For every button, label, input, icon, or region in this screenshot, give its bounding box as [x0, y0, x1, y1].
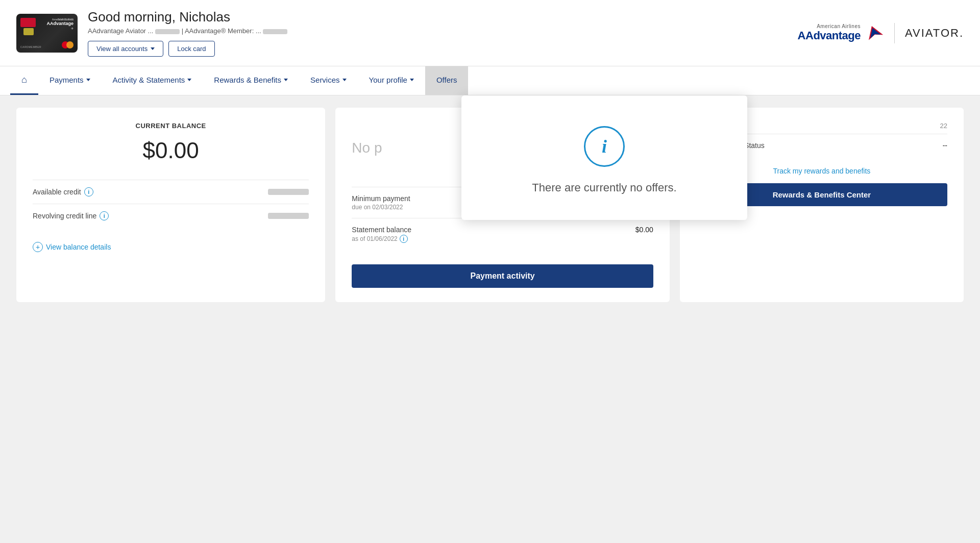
payments-label: Payments — [50, 76, 84, 84]
aa-plane-icon — [865, 23, 884, 43]
main-nav: ⌂ Payments Activity & Statements Rewards… — [0, 66, 980, 95]
revolving-credit-value — [268, 213, 309, 219]
statement-date-info-icon[interactable]: i — [400, 235, 408, 243]
aadvantage-status-value: -- — [943, 141, 947, 150]
chevron-down-icon — [151, 47, 155, 50]
nav-offers[interactable]: Offers — [425, 66, 469, 95]
card-chip — [23, 28, 34, 35]
greeting-text: Good morning, Nicholas — [88, 9, 287, 25]
revolving-credit-info-icon[interactable]: i — [100, 211, 109, 220]
aadvantage-text: AAdvantage — [798, 29, 861, 42]
activity-statements-label: Activity & Statements — [113, 76, 185, 84]
header-info: Good morning, Nicholas AAdvantage Aviato… — [88, 9, 287, 57]
statement-balance-row: Statement balance as of 01/06/2022 i $0.… — [352, 218, 653, 250]
home-icon: ⌂ — [21, 75, 27, 85]
track-rewards-label: Track my rewards and benefits — [773, 167, 870, 175]
mastercard-logo — [62, 41, 74, 48]
aa-logo-area: American Airlines AAdvantage AVIATOR. — [798, 23, 964, 43]
aa-brand: American Airlines AAdvantage AVIATOR. — [798, 23, 964, 43]
aviator-text: AVIATOR. — [905, 27, 964, 40]
available-credit-label-group: Available credit i — [33, 187, 93, 196]
available-credit-value — [268, 189, 309, 195]
available-credit-label: Available credit — [33, 188, 81, 196]
revolving-credit-label: Revolving credit line — [33, 212, 96, 220]
nav-services[interactable]: Services — [299, 66, 358, 95]
nav-payments[interactable]: Payments — [38, 66, 102, 95]
view-all-accounts-button[interactable]: View all accounts — [88, 41, 163, 57]
activity-chevron-icon — [187, 79, 191, 81]
info-i-letter: i — [602, 136, 607, 157]
nav-home[interactable]: ⌂ — [10, 66, 38, 95]
services-chevron-icon — [342, 79, 347, 81]
nav-activity-statements[interactable]: Activity & Statements — [102, 66, 203, 95]
view-all-accounts-label: View all accounts — [96, 45, 148, 53]
statement-balance-date: as of 01/06/2022 i — [352, 235, 411, 243]
statement-balance-info: Statement balance as of 01/06/2022 i — [352, 226, 411, 243]
available-credit-row: Available credit i — [33, 180, 309, 204]
available-credit-info-icon[interactable]: i — [84, 187, 93, 196]
offers-overlay: i There are currently no offers. — [461, 95, 747, 220]
header-left: American Airlines AAdvantage ✈ BARCLAYS … — [16, 9, 287, 57]
account-subtitle: AAdvantage Aviator ... | AAdvantage® Mem… — [88, 27, 287, 35]
payment-activity-label: Payment activity — [470, 272, 534, 280]
payments-chevron-icon — [86, 79, 90, 81]
page-header: American Airlines AAdvantage ✈ BARCLAYS … — [0, 0, 980, 66]
revolving-credit-label-group: Revolving credit line i — [33, 211, 109, 220]
services-label: Services — [310, 76, 340, 84]
statement-balance-value: $0.00 — [635, 226, 653, 234]
minimum-payment-label: Minimum payment — [352, 194, 410, 203]
lock-card-label: Lock card — [177, 45, 206, 53]
revolving-credit-row: Revolving credit line i — [33, 204, 309, 228]
barclays-logo: BARCLAYS — [57, 18, 74, 21]
rewards-chevron-icon — [284, 79, 288, 81]
view-balance-label: View balance details — [46, 243, 111, 251]
view-balance-link[interactable]: + View balance details — [33, 242, 309, 252]
balance-title: CURRENT BALANCE — [33, 122, 309, 130]
header-buttons: View all accounts Lock card — [88, 41, 287, 57]
nav-your-profile[interactable]: Your profile — [358, 66, 425, 95]
card-member-label: CARDMEMBER — [20, 45, 41, 48]
member-label: AAdvantage® Member: ... — [185, 27, 261, 35]
brand-logo: American Airlines AAdvantage AVIATOR. — [798, 23, 964, 43]
rewards-benefits-label: Rewards & Benefits — [214, 76, 281, 84]
card-image: American Airlines AAdvantage ✈ BARCLAYS … — [16, 14, 78, 53]
balance-amount: $0.00 — [33, 138, 309, 163]
plus-circle-icon: + — [33, 242, 43, 252]
main-content: CURRENT BALANCE $0.00 Available credit i… — [0, 95, 980, 314]
offers-info-icon: i — [584, 126, 625, 167]
aa-text-block: American Airlines AAdvantage — [798, 23, 861, 42]
your-profile-label: Your profile — [369, 76, 407, 84]
offers-label: Offers — [436, 76, 457, 84]
minimum-payment-due: due on 02/03/2022 — [352, 204, 410, 211]
logo-divider — [894, 23, 895, 43]
balance-panel: CURRENT BALANCE $0.00 Available credit i… — [16, 108, 325, 302]
statement-balance-label: Statement balance — [352, 226, 411, 234]
american-airlines-text: American Airlines — [817, 23, 861, 29]
nav-rewards-benefits[interactable]: Rewards & Benefits — [203, 66, 299, 95]
minimum-payment-info: Minimum payment due on 02/03/2022 — [352, 194, 410, 211]
no-offers-text: There are currently no offers. — [532, 181, 676, 194]
profile-chevron-icon — [410, 79, 414, 81]
masked-member — [263, 29, 287, 34]
lock-card-button[interactable]: Lock card — [168, 41, 214, 57]
payment-activity-button[interactable]: Payment activity — [352, 264, 653, 288]
rewards-center-label: Rewards & Benefits Center — [773, 190, 871, 199]
account-name: AAdvantage Aviator ... — [88, 27, 153, 35]
masked-account — [155, 29, 180, 34]
